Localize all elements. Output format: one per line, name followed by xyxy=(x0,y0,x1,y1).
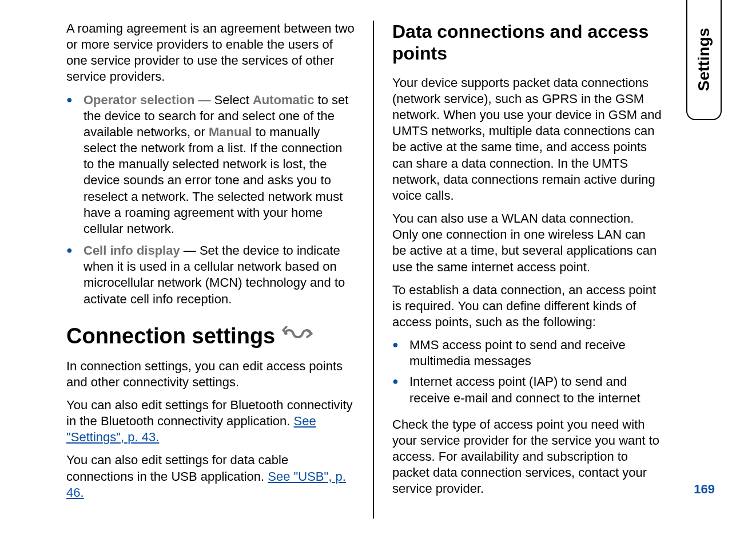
conn-para-1: In connection settings, you can edit acc… xyxy=(66,358,355,390)
operator-selection-item: Operator selection — Select Automatic to… xyxy=(66,92,355,237)
right-column: Data connections and access points Your … xyxy=(373,21,679,519)
iap-access-point-item: Internet access point (IAP) to send and … xyxy=(392,374,662,406)
operator-selection-term: Operator selection xyxy=(83,93,194,107)
connection-settings-title: Connection settings xyxy=(66,324,275,349)
side-tab-label: Settings xyxy=(695,28,713,91)
access-point-list: MMS access point to send and receive mul… xyxy=(392,337,662,406)
manual-keyword: Manual xyxy=(209,125,252,139)
data-para-2: You can also use a WLAN data connection.… xyxy=(392,211,662,275)
text: — Select xyxy=(194,93,252,107)
roaming-paragraph: A roaming agreement is an agreement betw… xyxy=(66,21,355,85)
left-column: A roaming agreement is an agreement betw… xyxy=(66,21,373,519)
text: You can also edit settings for data cabl… xyxy=(66,453,288,483)
data-para-1: Your device supports packet data connect… xyxy=(392,75,662,204)
conn-para-3: You can also edit settings for data cabl… xyxy=(66,452,355,500)
conn-para-2: You can also edit settings for Bluetooth… xyxy=(66,397,355,445)
cell-info-display-item: Cell info display — Set the device to in… xyxy=(66,243,355,307)
data-para-4: Check the type of access point you need … xyxy=(392,417,662,497)
side-tab: Settings xyxy=(686,0,722,120)
manual-page: A roaming agreement is an agreement betw… xyxy=(66,21,679,519)
text: to manually select the network from a li… xyxy=(83,125,343,236)
connection-icon xyxy=(282,323,313,349)
mms-access-point-item: MMS access point to send and receive mul… xyxy=(392,337,662,369)
operator-bullet-list: Operator selection — Select Automatic to… xyxy=(66,92,355,307)
connection-settings-heading: Connection settings xyxy=(66,323,355,349)
automatic-keyword: Automatic xyxy=(253,93,315,107)
page-number: 169 xyxy=(694,482,715,497)
cell-info-term: Cell info display xyxy=(83,243,180,258)
data-connections-heading: Data connections and access points xyxy=(392,21,662,65)
data-para-3: To establish a data connection, an acces… xyxy=(392,282,662,330)
